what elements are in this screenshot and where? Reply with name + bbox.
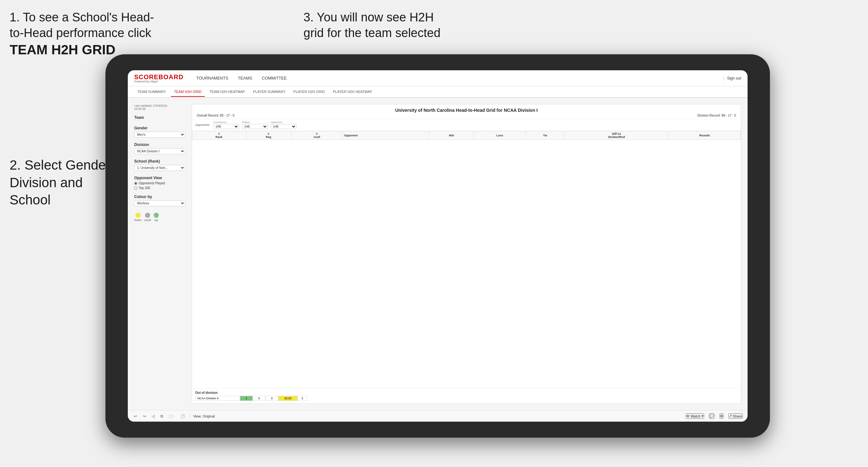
filter-conference: Conference (All)	[213, 121, 239, 129]
copy-btn[interactable]: ⧉	[159, 413, 164, 419]
tablet: SCOREBOARD Powered by clippd TOURNAMENTS…	[105, 54, 770, 438]
conference-select[interactable]: (All)	[213, 124, 239, 129]
gender-label: Gender	[134, 126, 185, 130]
col-rounds: Rounds	[668, 131, 741, 140]
logo-text: SCOREBOARD	[134, 73, 183, 81]
annotation-1-bold: TEAM H2H GRID	[9, 42, 115, 57]
nav-bar: SCOREBOARD Powered by clippd TOURNAMENTS…	[128, 70, 748, 86]
region-select[interactable]: (All)	[242, 124, 268, 129]
colour-by-select[interactable]: Win/loss	[134, 200, 185, 206]
division-label: Division	[134, 143, 185, 147]
share-btn[interactable]: ↗ Share	[728, 413, 743, 419]
data-table: #Rank #Reg #Conf Opponent Win Loss Tie D…	[192, 131, 741, 388]
tablet-screen: SCOREBOARD Powered by clippd TOURNAMENTS…	[128, 70, 748, 422]
division-select[interactable]: NCAA Division I	[134, 148, 185, 154]
col-tie: Tie	[526, 131, 564, 140]
radio-dot-opponents	[134, 182, 137, 185]
col-rank: #Rank	[192, 131, 246, 140]
colour-label-up: Up	[154, 218, 158, 222]
colour-label-level: Level	[144, 218, 151, 222]
nav-items: TOURNAMENTS TEAMS COMMITTEE	[196, 74, 723, 82]
filter-region: Region (All)	[242, 121, 268, 129]
sub-nav-player-h2h-heatmap[interactable]: PLAYER H2H HEATMAP	[330, 87, 375, 96]
school-section: School (Rank) 1. University of Nort...	[134, 159, 185, 171]
view-label-text: View: Original	[193, 414, 215, 418]
annotation-1: 1. To see a School's Head- to-Head perfo…	[9, 9, 169, 58]
school-label: School (Rank)	[134, 159, 185, 163]
out-div-win: 1	[240, 396, 253, 401]
timestamp: Last Updated: 27/03/2024	[134, 104, 185, 107]
out-div-name: NCAA Division II	[195, 396, 240, 401]
undo-btn[interactable]: ↩	[132, 413, 138, 419]
annotation-2-line1: 2. Select Gender,	[9, 157, 114, 173]
col-win: Win	[429, 131, 474, 140]
team-label: Team	[134, 115, 185, 120]
gender-select[interactable]: Men's	[134, 132, 185, 138]
col-opponent: Opponent	[342, 131, 429, 140]
out-div-tie: 0	[266, 396, 278, 401]
out-of-div-title: Out of division	[195, 391, 738, 395]
col-diff: Diff AvStrokes/Rnd	[564, 131, 668, 140]
sign-out-link[interactable]: Sign out	[727, 76, 741, 81]
out-div-loss: 0	[253, 396, 266, 401]
grid-header: University of North Carolina Head-to-Hea…	[192, 104, 741, 119]
school-select[interactable]: 1. University of Nort...	[134, 165, 185, 171]
view-label: View: Original	[193, 414, 215, 418]
paste-btn[interactable]: ⬚ ·	[168, 413, 176, 419]
region-filter-label: Region	[242, 121, 268, 124]
comment-btn[interactable]: 💬	[709, 413, 715, 419]
h2h-table: #Rank #Reg #Conf Opponent Win Loss Tie D…	[192, 131, 741, 140]
redo-btn[interactable]: ↪	[142, 413, 147, 419]
colour-dot-down	[135, 213, 141, 218]
nav-divider: |	[723, 75, 724, 81]
annotation-2-line2: Division and	[9, 175, 83, 190]
clock-btn[interactable]: 🕐	[179, 413, 187, 419]
annotation-3-line2: grid for the team selected	[304, 26, 440, 40]
radio-opponents-played[interactable]: Opponents Played	[134, 181, 185, 185]
main-content: Last Updated: 27/03/2024 16:55:38 Team G…	[128, 98, 748, 410]
filter-opponent: Opponent (All)	[271, 121, 297, 129]
grid-panel: University of North Carolina Head-to-Hea…	[192, 104, 741, 404]
watch-btn[interactable]: 👁 Watch ▾	[686, 413, 704, 419]
sub-nav-team-h2h-heatmap[interactable]: TEAM H2H HEATMAP	[206, 87, 248, 96]
colour-dot-up	[154, 213, 159, 218]
annotation-1-line2: to-Head performance click	[9, 26, 151, 40]
bottom-toolbar: ↩ ↪ ◁ ⧉ ⬚ · 🕐 View: Original 👁 Watch ▾ 💬…	[128, 410, 748, 422]
sub-nav-player-summary[interactable]: PLAYER SUMMARY	[250, 87, 289, 96]
toolbar-right: 👁 Watch ▾ 💬 ⊞ ↗ Share	[686, 413, 743, 419]
sub-nav-team-summary[interactable]: TEAM SUMMARY	[134, 87, 169, 96]
out-of-division: Out of division NCAA Division II 1 0 0 2…	[192, 388, 741, 403]
sub-nav-team-h2h-grid[interactable]: TEAM H2H GRID	[171, 87, 205, 97]
division-record: Division Record: 88 - 17 - 0	[698, 114, 736, 117]
annotation-1-line1: 1. To see a School's Head-	[9, 10, 154, 24]
sub-nav-player-h2h-grid[interactable]: PLAYER H2H GRID	[290, 87, 328, 96]
out-div-rounds: 3	[298, 396, 307, 401]
nav-committee[interactable]: COMMITTEE	[261, 74, 286, 82]
colour-by-section: Colour by Win/loss	[134, 194, 185, 206]
team-section: Team	[134, 115, 185, 121]
present-btn[interactable]: ⊞	[719, 413, 723, 419]
nav-teams[interactable]: TEAMS	[238, 74, 252, 82]
back-btn[interactable]: ◁	[151, 413, 156, 419]
colour-label-down: Down	[134, 218, 142, 222]
opponents-filter-label: Opponents:	[195, 123, 210, 126]
radio-top100[interactable]: Top 100	[134, 186, 185, 190]
sub-nav: TEAM SUMMARY TEAM H2H GRID TEAM H2H HEAT…	[128, 86, 748, 98]
annotation-3: 3. You will now see H2H grid for the tea…	[304, 9, 495, 41]
filter-row: Opponents: Conference (All) Region (All)	[192, 119, 741, 131]
col-reg: #Reg	[246, 131, 291, 140]
out-of-div-row: NCAA Division II 1 0 0 26.00 3	[195, 396, 738, 401]
opponent-select[interactable]: (All)	[271, 124, 297, 129]
left-panel: Last Updated: 27/03/2024 16:55:38 Team G…	[134, 104, 185, 404]
table-header-row: #Rank #Reg #Conf Opponent Win Loss Tie D…	[192, 131, 741, 140]
col-loss: Loss	[474, 131, 526, 140]
division-section: Division NCAA Division I	[134, 143, 185, 154]
opponent-view-section: Opponent View Opponents Played Top 100	[134, 176, 185, 190]
out-div-diff: 26.00	[278, 396, 298, 401]
conference-filter-label: Conference	[213, 121, 239, 124]
gender-section: Gender Men's	[134, 126, 185, 138]
overall-record: Overall Record: 89 - 17 - 0	[197, 114, 235, 117]
nav-tournaments[interactable]: TOURNAMENTS	[196, 74, 228, 82]
colour-by-label: Colour by	[134, 194, 185, 199]
timestamp-section: Last Updated: 27/03/2024 16:55:38	[134, 104, 185, 111]
